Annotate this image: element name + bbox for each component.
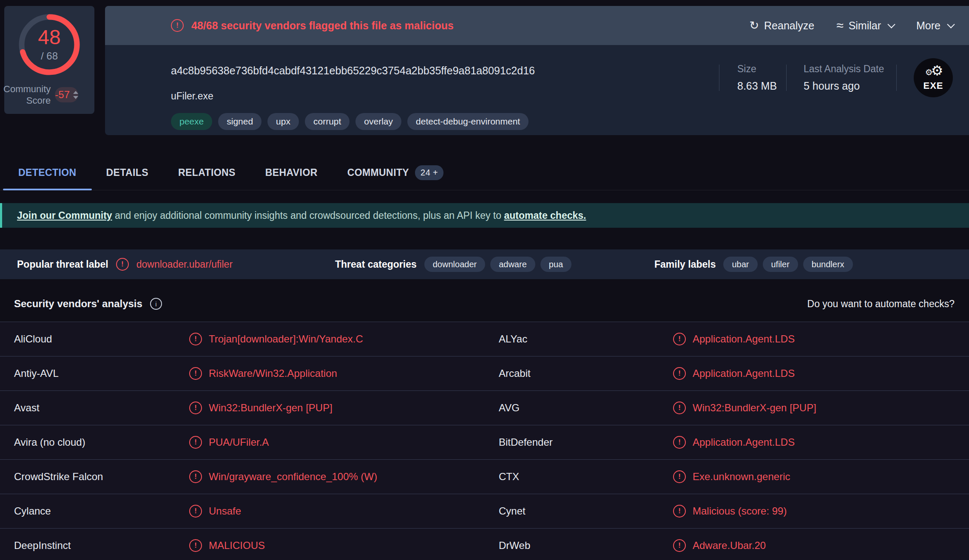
tag-corrupt[interactable]: corrupt <box>305 113 350 130</box>
detection-result: !Application.Agent.LDS <box>673 436 795 449</box>
detection-result: !Win/grayware_confidence_100% (W) <box>189 470 377 483</box>
vendor-name: Arcabit <box>499 368 531 379</box>
file-hash[interactable]: a4c8b95638e736bfd4cabdf43121ebb65229c375… <box>171 65 535 77</box>
automate-checks-link[interactable]: automate checks. <box>504 210 586 221</box>
detection-text: Unsafe <box>209 505 241 517</box>
tag-row: peexesignedupxcorruptoverlaydetect-debug… <box>171 113 535 130</box>
category-pill-pua[interactable]: pua <box>540 257 571 272</box>
more-button[interactable]: More <box>916 20 954 32</box>
alert-icon: ! <box>189 333 202 345</box>
family-labels-group: Family labels ubarufilerbundlerx <box>654 257 858 272</box>
detection-result: !Unsafe <box>189 505 241 518</box>
detection-text: Win/grayware_confidence_100% (W) <box>209 471 377 483</box>
tab-community[interactable]: COMMUNITY24 + <box>347 155 444 190</box>
category-pill-adware[interactable]: adware <box>490 257 535 272</box>
alert-icon: ! <box>171 19 184 32</box>
family-pill-bundlerx[interactable]: bundlerx <box>803 257 853 272</box>
detection-text: Application.Agent.LDS <box>693 436 795 448</box>
detection-text: MALICIOUS <box>209 540 265 552</box>
tag-signed[interactable]: signed <box>218 113 261 130</box>
popular-threat-value[interactable]: downloader.ubar/ufiler <box>136 259 233 270</box>
vendor-name: Cynet <box>499 505 526 517</box>
alert-icon: ! <box>189 505 202 518</box>
table-row: Avira (no cloud)!PUA/UFiler.ABitDefender… <box>0 425 969 459</box>
chevron-down-icon <box>947 20 955 28</box>
family-pill-ufiler[interactable]: ufiler <box>763 257 798 272</box>
table-row: Cylance!UnsafeCynet!Malicious (score: 99… <box>0 494 969 528</box>
more-label: More <box>916 20 941 32</box>
detection-result: !PUA/UFiler.A <box>189 436 269 449</box>
alert-icon: ! <box>673 367 686 380</box>
flag-message: ! 48/68 security vendors flagged this fi… <box>171 19 454 32</box>
community-score-label: Community Score <box>3 83 51 106</box>
family-labels-label: Family labels <box>654 259 716 270</box>
threat-bar: Popular threat label ! downloader.ubar/u… <box>0 249 969 279</box>
community-banner-text: Join our Community and enjoy additional … <box>17 210 586 221</box>
file-name: uFiler.exe <box>171 91 535 102</box>
vendor-name: Cylance <box>14 505 51 517</box>
vendor-name: AliCloud <box>14 333 52 345</box>
similar-icon: ≈ <box>836 20 843 31</box>
similar-label: Similar <box>849 20 881 32</box>
detection-result: !MALICIOUS <box>189 539 265 552</box>
tag-detect-debug-environment[interactable]: detect-debug-environment <box>407 113 529 130</box>
tab-relations[interactable]: RELATIONS <box>178 155 236 190</box>
popular-threat-label: Popular threat label <box>17 259 108 270</box>
detection-result: !Application.Agent.LDS <box>673 367 795 380</box>
tag-peexe[interactable]: peexe <box>171 113 212 130</box>
detection-text: Win32:BundlerX-gen [PUP] <box>693 402 816 414</box>
tab-details[interactable]: DETAILS <box>106 155 148 190</box>
community-score-stepper[interactable]: -57 <box>55 87 78 102</box>
similar-button[interactable]: ≈ Similar <box>836 20 894 32</box>
alert-icon: ! <box>189 470 202 483</box>
detection-text: Trojan[downloader]:Win/Yandex.C <box>209 333 363 345</box>
tab-detection[interactable]: DETECTION <box>18 155 77 190</box>
header-actions: ↻ Reanalyze ≈ Similar More <box>749 20 954 32</box>
alert-icon: ! <box>189 539 202 552</box>
threat-categories-pills: downloaderadwarepua <box>424 257 577 272</box>
table-row: AliCloud!Trojan[downloader]:Win/Yandex.C… <box>0 322 969 356</box>
info-icon[interactable]: i <box>150 298 162 310</box>
alert-icon: ! <box>116 258 129 271</box>
file-summary-card: ! 48/68 security vendors flagged this fi… <box>105 6 969 135</box>
reanalyze-label: Reanalyze <box>764 20 814 32</box>
detection-result: !Adware.Ubar.20 <box>673 539 766 552</box>
vendor-name: ALYac <box>499 333 527 345</box>
popular-threat-label-group: Popular threat label ! downloader.ubar/u… <box>17 258 233 271</box>
banner-middle-text: and enjoy additional community insights … <box>112 210 504 221</box>
detection-text: Win32:BundlerX-gen [PUP] <box>209 402 332 414</box>
tag-overlay[interactable]: overlay <box>355 113 401 130</box>
tag-upx[interactable]: upx <box>267 113 299 130</box>
reanalyze-button[interactable]: ↻ Reanalyze <box>749 20 814 32</box>
decrement-icon[interactable] <box>73 96 78 99</box>
tab-label: DETAILS <box>106 167 148 178</box>
file-details: a4c8b95638e736bfd4cabdf43121ebb65229c375… <box>171 45 535 130</box>
detection-text: Adware.Ubar.20 <box>693 540 766 552</box>
alert-icon: ! <box>189 436 202 449</box>
tab-label: RELATIONS <box>178 167 236 178</box>
vendor-name: CTX <box>499 471 519 483</box>
alert-icon: ! <box>673 436 686 449</box>
family-pill-ubar[interactable]: ubar <box>723 257 757 272</box>
detection-score-gauge: 48 / 68 <box>17 13 81 76</box>
vendor-name: DeepInstinct <box>14 540 71 552</box>
detection-text: Exe.unknown.generic <box>693 471 790 483</box>
join-community-link[interactable]: Join our Community <box>17 210 112 221</box>
vendor-name: BitDefender <box>499 436 553 448</box>
detection-text: Application.Agent.LDS <box>693 333 795 345</box>
community-score-value: -57 <box>55 89 70 101</box>
tab-label: DETECTION <box>18 167 77 178</box>
category-pill-downloader[interactable]: downloader <box>424 257 485 272</box>
detection-flag-strip: ! 48/68 security vendors flagged this fi… <box>105 6 969 45</box>
last-analysis-date: Last Analysis Date 5 hours ago <box>787 63 896 92</box>
tab-behavior[interactable]: BEHAVIOR <box>265 155 318 190</box>
alert-icon: ! <box>673 333 686 345</box>
table-row: Avast!Win32:BundlerX-gen [PUP]AVG!Win32:… <box>0 390 969 425</box>
threat-categories-label: Threat categories <box>335 259 417 270</box>
increment-icon[interactable] <box>73 91 78 94</box>
table-row: Antiy-AVL!RiskWare/Win32.ApplicationArca… <box>0 356 969 390</box>
table-row: CrowdStrike Falcon!Win/grayware_confiden… <box>0 459 969 494</box>
vendor-name: Avira (no cloud) <box>14 436 85 448</box>
tab-label: BEHAVIOR <box>265 167 318 178</box>
vendor-analysis-table: AliCloud!Trojan[downloader]:Win/Yandex.C… <box>0 322 969 560</box>
